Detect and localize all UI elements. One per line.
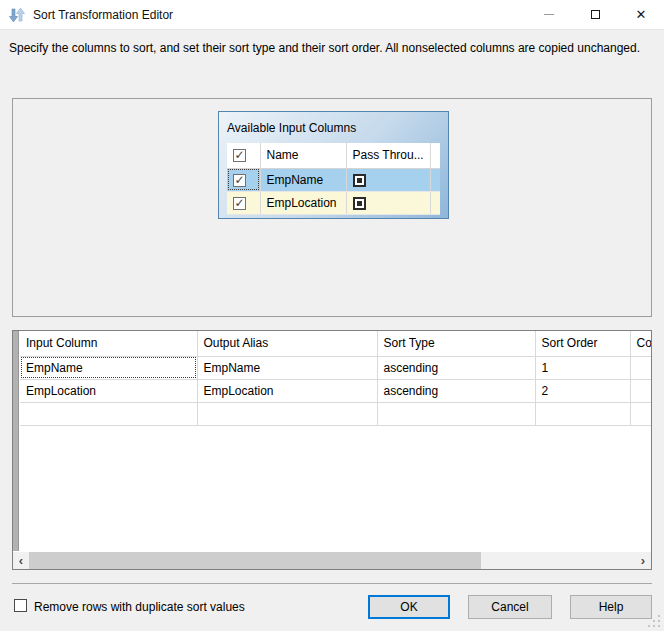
- aic-passthrough-header: Pass Throu...: [346, 143, 430, 168]
- empname-sort-type-cell[interactable]: ascending: [377, 356, 535, 379]
- available-input-columns-box: Available Input Columns ✓ Name Pass Thro…: [218, 111, 449, 219]
- sort-order-header: Sort Order: [535, 331, 630, 356]
- scroll-right-arrow[interactable]: ›: [635, 552, 651, 569]
- aic-emplocation-check-cell[interactable]: ✓: [227, 191, 260, 214]
- minimize-button[interactable]: [526, 0, 572, 29]
- aic-spacer-cell: [430, 168, 440, 191]
- close-icon: ✕: [636, 8, 647, 21]
- grid-header-row: Input Column Output Alias Sort Type Sort…: [20, 331, 652, 356]
- sort-grid-table: Input Column Output Alias Sort Type Sort…: [20, 331, 652, 426]
- help-button[interactable]: Help: [570, 595, 652, 619]
- close-button[interactable]: ✕: [618, 0, 664, 29]
- empty-cell[interactable]: [20, 402, 197, 425]
- emplocation-input-column-cell[interactable]: EmpLocation: [20, 379, 197, 402]
- sort-columns-grid: Input Column Output Alias Sort Type Sort…: [12, 330, 652, 570]
- title-bar[interactable]: Sort Transformation Editor ✕: [0, 0, 664, 30]
- maximize-icon: [591, 10, 600, 19]
- empty-cell[interactable]: [535, 402, 630, 425]
- input-column-header: Input Column: [20, 331, 197, 356]
- emplocation-sort-type-cell[interactable]: ascending: [377, 379, 535, 402]
- aic-row-empname[interactable]: ✓ EmpName: [227, 168, 440, 191]
- aic-spacer-header: [430, 143, 440, 168]
- passthrough-fill-icon: [357, 178, 362, 183]
- aic-name-header: Name: [260, 143, 346, 168]
- aic-row-emplocation[interactable]: ✓ EmpLocation: [227, 191, 440, 214]
- aic-header-row: ✓ Name Pass Throu...: [227, 143, 440, 168]
- emplocation-output-alias-cell[interactable]: EmpLocation: [197, 379, 377, 402]
- maximize-button[interactable]: [572, 0, 618, 29]
- scrollbar-thumb[interactable]: [29, 552, 481, 569]
- grid-empty-row[interactable]: [20, 402, 652, 425]
- input-columns-panel: Available Input Columns ✓ Name Pass Thro…: [12, 98, 652, 317]
- resize-grip[interactable]: [658, 625, 660, 627]
- available-input-columns-table: ✓ Name Pass Throu... ✓ EmpName: [227, 143, 440, 215]
- empty-cell[interactable]: [377, 402, 535, 425]
- empty-cell[interactable]: [630, 402, 652, 425]
- aic-spacer-cell: [430, 191, 440, 214]
- aic-empname-name-cell[interactable]: EmpName: [260, 168, 346, 191]
- emplocation-comparison-flags-cell[interactable]: [630, 379, 652, 402]
- dialog-description: Specify the columns to sort, and set the…: [9, 41, 659, 55]
- horizontal-scrollbar[interactable]: ‹ ›: [13, 552, 651, 569]
- empname-passthrough-checkbox[interactable]: [353, 174, 366, 187]
- passthrough-fill-icon: [357, 201, 362, 206]
- aic-empname-passthrough-cell[interactable]: [346, 168, 430, 191]
- window-title: Sort Transformation Editor: [33, 8, 173, 22]
- grid-row-empname[interactable]: EmpName EmpName ascending 1: [20, 356, 652, 379]
- window-controls: ✕: [526, 0, 664, 29]
- scroll-left-arrow[interactable]: ‹: [13, 552, 29, 569]
- empname-comparison-flags-cell[interactable]: [630, 356, 652, 379]
- minimize-icon: [544, 14, 554, 15]
- sort-type-header: Sort Type: [377, 331, 535, 356]
- aic-emplocation-passthrough-cell[interactable]: [346, 191, 430, 214]
- ok-button[interactable]: OK: [368, 595, 450, 619]
- footer-separator: [12, 583, 652, 584]
- select-all-checkbox[interactable]: ✓: [233, 149, 246, 162]
- sort-transformation-editor-dialog: Sort Transformation Editor ✕ Specify the…: [0, 0, 664, 631]
- grid-row-header-gutter: [13, 331, 19, 551]
- grid-row-emplocation[interactable]: EmpLocation EmpLocation ascending 2: [20, 379, 652, 402]
- empname-input-column-cell[interactable]: EmpName: [20, 356, 197, 379]
- aic-select-all-cell[interactable]: ✓: [227, 143, 260, 168]
- emplocation-checkbox[interactable]: ✓: [233, 197, 246, 210]
- remove-duplicates-label[interactable]: Remove rows with duplicate sort values: [34, 600, 245, 614]
- aic-empname-check-cell[interactable]: ✓: [227, 168, 260, 191]
- empname-checkbox[interactable]: ✓: [233, 174, 246, 187]
- empname-output-alias-cell[interactable]: EmpName: [197, 356, 377, 379]
- emplocation-sort-order-cell[interactable]: 2: [535, 379, 630, 402]
- aic-emplocation-name-cell[interactable]: EmpLocation: [260, 191, 346, 214]
- empty-cell[interactable]: [197, 402, 377, 425]
- remove-duplicates-checkbox[interactable]: [14, 599, 27, 612]
- output-alias-header: Output Alias: [197, 331, 377, 356]
- sort-arrows-icon: [9, 7, 25, 23]
- available-input-columns-title: Available Input Columns: [227, 121, 356, 135]
- emplocation-passthrough-checkbox[interactable]: [353, 197, 366, 210]
- cancel-button[interactable]: Cancel: [468, 595, 552, 619]
- comparison-flags-header: Com: [630, 331, 652, 356]
- empname-sort-order-cell[interactable]: 1: [535, 356, 630, 379]
